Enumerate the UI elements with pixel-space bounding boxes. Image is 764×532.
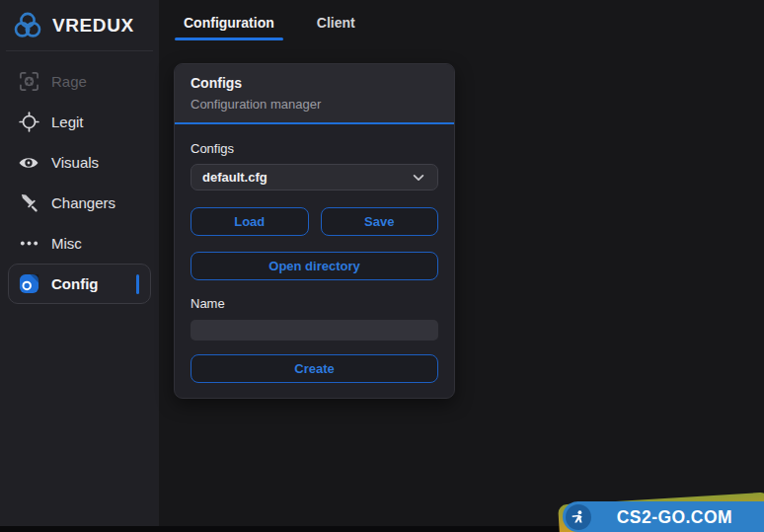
- vredux-logo-icon: [12, 9, 43, 42]
- config-box-icon: [18, 273, 39, 295]
- app-title: VREDUX: [52, 15, 134, 37]
- rage-crosshair-icon: [18, 71, 39, 93]
- cs2go-watermark[interactable]: CS2-GO.COM: [563, 501, 764, 532]
- sidebar-item-label: Visuals: [51, 155, 99, 170]
- name-input[interactable]: [191, 320, 438, 341]
- save-button-label: Save: [364, 214, 394, 229]
- sidebar-item-label: Config: [51, 276, 98, 291]
- sidebar-item-label: Legit: [51, 114, 84, 129]
- load-button[interactable]: Load: [191, 207, 309, 236]
- sidebar-item-label: Misc: [51, 236, 82, 251]
- tab-configuration[interactable]: Configuration: [184, 15, 274, 40]
- sidebar-item-misc[interactable]: Misc: [8, 223, 151, 264]
- sidebar-nav: Rage Legit: [0, 51, 159, 304]
- open-directory-button-label: Open directory: [268, 259, 359, 273]
- tab-label: Client: [317, 15, 355, 31]
- config-select-value: default.cfg: [202, 170, 267, 185]
- logo-row: VREDUX: [0, 0, 159, 50]
- legit-target-icon: [18, 112, 39, 133]
- tab-active-underline: [175, 38, 283, 40]
- sidebar-item-visuals[interactable]: Visuals: [8, 142, 151, 183]
- config-select[interactable]: default.cfg: [191, 164, 438, 190]
- tab-client[interactable]: Client: [317, 15, 355, 40]
- create-button[interactable]: Create: [191, 354, 438, 383]
- panel-title: Configs: [191, 75, 438, 91]
- configs-panel-body: Configs default.cfg Load Save: [175, 124, 454, 398]
- name-field-label: Name: [191, 296, 438, 311]
- create-button-label: Create: [294, 361, 334, 376]
- configs-field-label: Configs: [191, 141, 438, 156]
- panel-subtitle: Configuration manager: [191, 97, 438, 112]
- tab-label: Configuration: [184, 15, 274, 31]
- watermark-pill: CS2-GO.COM: [563, 501, 764, 532]
- sidebar-item-config[interactable]: Config: [8, 264, 151, 304]
- sword-icon: [18, 192, 39, 214]
- eye-icon: [18, 152, 39, 174]
- configs-panel: Configs Configuration manager Configs de…: [174, 63, 455, 399]
- sidebar-item-legit[interactable]: Legit: [8, 102, 151, 142]
- cs2-player-icon: [566, 504, 591, 530]
- sidebar-item-label: Rage: [51, 74, 87, 89]
- load-button-label: Load: [234, 214, 265, 229]
- dots-icon: [18, 233, 39, 255]
- watermark-text: CS2-GO.COM: [599, 506, 764, 528]
- sidebar-item-label: Changers: [51, 195, 115, 210]
- save-button[interactable]: Save: [321, 207, 439, 236]
- load-save-row: Load Save: [191, 207, 438, 236]
- vredux-window: VREDUX Rage: [0, 0, 764, 532]
- sidebar: VREDUX Rage: [0, 0, 159, 526]
- chevron-down-icon: [411, 170, 426, 186]
- main-area: Configuration Client Configs Configurati…: [159, 0, 764, 526]
- configs-panel-header: Configs Configuration manager: [175, 64, 454, 124]
- sidebar-item-rage[interactable]: Rage: [8, 61, 151, 102]
- open-directory-button[interactable]: Open directory: [191, 252, 438, 280]
- sidebar-item-changers[interactable]: Changers: [8, 183, 151, 223]
- active-indicator: [136, 274, 139, 294]
- tab-bar: Configuration Client: [159, 0, 764, 40]
